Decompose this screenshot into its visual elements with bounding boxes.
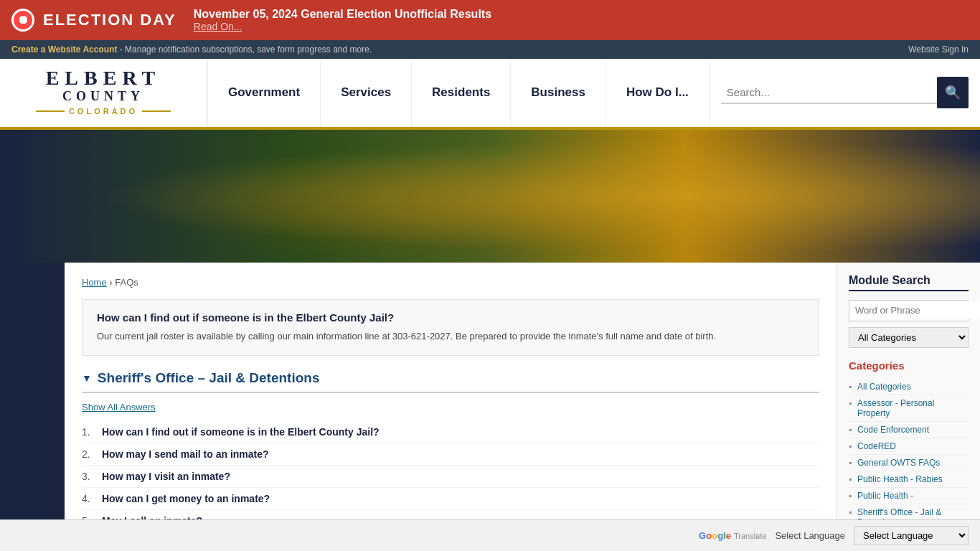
categories-title: Categories — [849, 359, 969, 372]
account-bar: Create a Website Account - Manage notifi… — [0, 40, 980, 59]
google-logo-text: Google — [699, 530, 731, 541]
breadcrumb-home[interactable]: Home — [82, 277, 107, 288]
category-item[interactable]: Assessor - Personal Property — [849, 395, 969, 422]
category-link[interactable]: Code Enforcement — [857, 425, 929, 435]
category-list: All Categories Assessor - Personal Prope… — [849, 379, 969, 531]
content-area: Home › FAQs How can I find out if someon… — [65, 263, 837, 551]
election-news-link[interactable]: Read On... — [194, 21, 491, 32]
category-link[interactable]: All Categories — [857, 382, 911, 392]
nav-item-services[interactable]: Services — [321, 59, 412, 127]
section-header: ▼ Sheriff's Office – Jail & Detentions — [82, 370, 819, 393]
faq-question-text[interactable]: How can I find out if someone is in the … — [102, 426, 380, 438]
nav-item-business[interactable]: Business — [511, 59, 606, 127]
header: ELBERT COUNTY COLORADO Government Servic… — [0, 59, 980, 130]
faq-highlight-question: How can I find out if someone is in the … — [97, 311, 804, 324]
module-search-title: Module Search — [849, 274, 969, 291]
section-title: Sheriff's Office – Jail & Detentions — [98, 370, 320, 386]
faq-question-text[interactable]: How may I send mail to an inmate? — [102, 448, 269, 460]
faq-num: 4. — [82, 493, 96, 504]
faq-item[interactable]: 3. How may I visit an inmate? — [82, 466, 819, 488]
election-news-title: November 05, 2024 General Election Unoff… — [194, 8, 491, 21]
logo-area: ELBERT COUNTY COLORADO — [0, 59, 208, 127]
sidebar-right: Module Search 🔍 All Categories Assessor … — [837, 263, 980, 551]
logo-elbert: ELBERT — [36, 67, 171, 90]
hero-overlay — [0, 130, 980, 263]
category-item[interactable]: General OWTS FAQs — [849, 455, 969, 471]
faq-num: 2. — [82, 448, 96, 460]
language-select[interactable]: Select Language Spanish French German Ch… — [854, 526, 969, 545]
category-item[interactable]: Code Enforcement — [849, 422, 969, 438]
logo-line-left — [36, 110, 65, 112]
category-item[interactable]: CodeRED — [849, 438, 969, 455]
category-link[interactable]: General OWTS FAQs — [857, 458, 940, 468]
module-search-row: 🔍 — [849, 300, 969, 321]
logo-line-right — [142, 110, 171, 112]
category-link[interactable]: Public Health - — [857, 491, 913, 501]
nav-menu: Government Services Residents Business H… — [208, 59, 710, 127]
sign-in-link[interactable]: Website Sign In — [908, 44, 969, 55]
main-content: Home › FAQs How can I find out if someon… — [0, 263, 980, 551]
category-link[interactable]: CodeRED — [857, 441, 896, 451]
category-item[interactable]: Public Health - Rabies — [849, 471, 969, 488]
breadcrumb-separator: › — [109, 277, 112, 288]
faq-question-text[interactable]: How may I visit an inmate? — [102, 471, 230, 482]
logo-colorado: COLORADO — [69, 107, 138, 116]
module-search-input[interactable] — [849, 301, 980, 319]
hero-image — [0, 130, 980, 263]
election-banner: ⏺ ELECTION DAY November 05, 2024 General… — [0, 0, 980, 40]
category-select[interactable]: All Categories Assessor - Personal Prope… — [849, 327, 969, 348]
election-icon: ⏺ — [11, 9, 34, 32]
category-link[interactable]: Public Health - Rabies — [857, 474, 943, 484]
faq-question-text[interactable]: How can I get money to an inmate? — [102, 493, 270, 504]
google-logo: Google Translate — [699, 530, 766, 541]
logo[interactable]: ELBERT COUNTY COLORADO — [36, 67, 171, 118]
account-bar-desc: - Manage notification subscriptions, sav… — [120, 44, 372, 55]
create-account-link[interactable]: Create a Website Account — [11, 44, 117, 55]
faq-num: 3. — [82, 471, 96, 482]
breadcrumb-current: FAQs — [115, 277, 138, 288]
translate-text: Translate — [734, 532, 766, 540]
account-bar-left: Create a Website Account - Manage notifi… — [11, 44, 372, 55]
faq-item[interactable]: 4. How can I get money to an inmate? — [82, 488, 819, 510]
breadcrumb: Home › FAQs — [82, 277, 819, 288]
triangle-down-icon: ▼ — [82, 372, 92, 384]
faq-num: 1. — [82, 426, 96, 438]
search-input[interactable] — [721, 82, 937, 104]
category-link[interactable]: Assessor - Personal Property — [857, 398, 934, 418]
category-item[interactable]: All Categories — [849, 379, 969, 395]
sidebar-left — [0, 263, 65, 551]
translate-bar: Google Translate Select Language Select … — [0, 519, 980, 551]
search-area: 🔍 — [710, 77, 980, 108]
faq-item[interactable]: 1. How can I find out if someone is in t… — [82, 421, 819, 443]
translate-label: Select Language — [775, 530, 845, 541]
faq-highlight-box: How can I find out if someone is in the … — [82, 299, 819, 357]
nav-item-residents[interactable]: Residents — [412, 59, 511, 127]
logo-county: COUNTY — [36, 90, 171, 104]
faq-highlight-answer: Our current jail roster is available by … — [97, 329, 804, 344]
show-all-answers-link[interactable]: Show All Answers — [82, 402, 819, 413]
nav-item-government[interactable]: Government — [208, 59, 321, 127]
category-item[interactable]: Public Health - — [849, 488, 969, 504]
election-label: ELECTION DAY — [43, 11, 176, 29]
logo-divider: COLORADO — [36, 107, 171, 116]
search-button[interactable]: 🔍 — [937, 77, 969, 108]
faq-item[interactable]: 2. How may I send mail to an inmate? — [82, 443, 819, 466]
nav-area: Government Services Residents Business H… — [208, 59, 980, 127]
election-news: November 05, 2024 General Election Unoff… — [194, 8, 491, 32]
nav-item-how-do-i[interactable]: How Do I... — [606, 59, 710, 127]
